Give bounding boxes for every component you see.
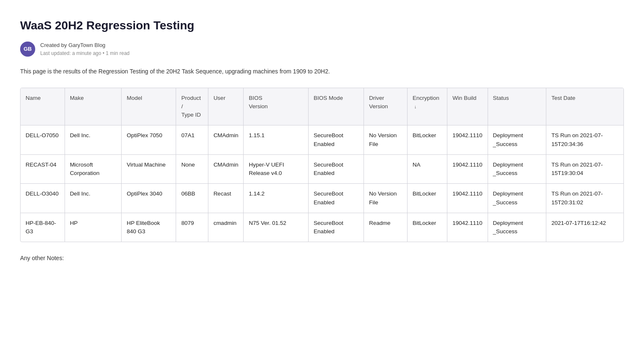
col-header-user: User bbox=[208, 88, 244, 125]
cell-bios_version-0: 1.15.1 bbox=[244, 125, 309, 155]
cell-name-2: DELL-O3040 bbox=[21, 184, 65, 213]
cell-test_date-3: 2021-07-17T16:12:42 bbox=[546, 213, 623, 242]
table-header-row: NameMakeModelProduct / Type IDUserBIOS V… bbox=[21, 88, 623, 125]
col-header-status: Status bbox=[488, 88, 546, 125]
table-row: RECAST-04Microsoft CorporationVirtual Ma… bbox=[21, 154, 623, 184]
cell-make-1: Microsoft Corporation bbox=[65, 154, 122, 184]
table-row: DELL-O7050Dell Inc.OptiPlex 705007A1CMAd… bbox=[21, 125, 623, 155]
cell-product_type_id-3: 8079 bbox=[176, 213, 208, 242]
cell-model-0: OptiPlex 7050 bbox=[122, 125, 176, 155]
col-header-model: Model bbox=[122, 88, 176, 125]
cell-bios_version-1: Hyper-V UEFI Release v4.0 bbox=[244, 154, 309, 184]
cell-product_type_id-1: None bbox=[176, 154, 208, 184]
cell-win_build-3: 19042.1110 bbox=[447, 213, 488, 242]
cell-bios_mode-0: SecureBoot Enabled bbox=[309, 125, 364, 155]
cell-win_build-1: 19042.1110 bbox=[447, 154, 488, 184]
author-name: Created by GaryTown Blog bbox=[40, 41, 130, 50]
cell-win_build-2: 19042.1110 bbox=[447, 184, 488, 213]
col-header-bios_version: BIOS Version bbox=[244, 88, 309, 125]
page-title: WaaS 20H2 Regression Testing bbox=[20, 17, 624, 34]
cell-status-2: Deployment _Success bbox=[488, 184, 546, 213]
cell-encryption-3: BitLocker bbox=[407, 213, 447, 242]
cell-status-1: Deployment _Success bbox=[488, 154, 546, 184]
cell-bios_mode-2: SecureBoot Enabled bbox=[309, 184, 364, 213]
cell-name-0: DELL-O7050 bbox=[21, 125, 65, 155]
cell-status-3: Deployment _Success bbox=[488, 213, 546, 242]
table-row: DELL-O3040Dell Inc.OptiPlex 304006BBReca… bbox=[21, 184, 623, 213]
cell-model-2: OptiPlex 3040 bbox=[122, 184, 176, 213]
col-header-test_date: Test Date bbox=[546, 88, 623, 125]
cell-user-2: Recast bbox=[208, 184, 244, 213]
col-header-name: Name bbox=[21, 88, 65, 125]
col-header-product_type_id: Product / Type ID bbox=[176, 88, 208, 125]
col-header-bios_mode: BIOS Mode bbox=[309, 88, 364, 125]
author-row: GB Created by GaryTown Blog Last updated… bbox=[20, 41, 624, 57]
avatar: GB bbox=[20, 42, 35, 57]
cell-bios_version-2: 1.14.2 bbox=[244, 184, 309, 213]
cell-user-1: CMAdmin bbox=[208, 154, 244, 184]
cell-product_type_id-0: 07A1 bbox=[176, 125, 208, 155]
cell-name-1: RECAST-04 bbox=[21, 154, 65, 184]
cell-model-3: HP EliteBook 840 G3 bbox=[122, 213, 176, 242]
cell-model-1: Virtual Machine bbox=[122, 154, 176, 184]
cell-driver_version-1 bbox=[364, 154, 408, 184]
table-row: HP-EB-840-G3HPHP EliteBook 840 G38079cma… bbox=[21, 213, 623, 242]
col-header-driver_version: Driver Version bbox=[364, 88, 408, 125]
data-table: NameMakeModelProduct / Type IDUserBIOS V… bbox=[21, 88, 623, 242]
page-description: This page is the results of the Regressi… bbox=[20, 67, 624, 76]
cell-make-3: HP bbox=[65, 213, 122, 242]
col-header-win_build: Win Build bbox=[447, 88, 488, 125]
cell-user-3: cmadmin bbox=[208, 213, 244, 242]
cell-bios_version-3: N75 Ver. 01.52 bbox=[244, 213, 309, 242]
cell-test_date-1: TS Run on 2021-07-15T19:30:04 bbox=[546, 154, 623, 184]
cell-encryption-2: BitLocker bbox=[407, 184, 447, 213]
cell-name-3: HP-EB-840-G3 bbox=[21, 213, 65, 242]
author-sub: Last updated: a minute ago • 1 min read bbox=[40, 50, 130, 57]
cell-bios_mode-3: SecureBoot Enabled bbox=[309, 213, 364, 242]
cell-test_date-0: TS Run on 2021-07-15T20:34:36 bbox=[546, 125, 623, 155]
notes-label: Any other Notes: bbox=[20, 254, 624, 263]
cell-encryption-0: BitLocker bbox=[407, 125, 447, 155]
col-header-encryption[interactable]: Encryption↓ bbox=[407, 88, 447, 125]
col-header-make: Make bbox=[65, 88, 122, 125]
cell-test_date-2: TS Run on 2021-07-15T20:31:02 bbox=[546, 184, 623, 213]
cell-make-2: Dell Inc. bbox=[65, 184, 122, 213]
sort-icon-encryption: ↓ bbox=[414, 103, 417, 110]
cell-user-0: CMAdmin bbox=[208, 125, 244, 155]
data-table-wrapper: NameMakeModelProduct / Type IDUserBIOS V… bbox=[20, 88, 624, 243]
cell-product_type_id-2: 06BB bbox=[176, 184, 208, 213]
cell-encryption-1: NA bbox=[407, 154, 447, 184]
cell-driver_version-2: No Version File bbox=[364, 184, 408, 213]
author-meta: Created by GaryTown Blog Last updated: a… bbox=[40, 41, 130, 57]
table-body: DELL-O7050Dell Inc.OptiPlex 705007A1CMAd… bbox=[21, 125, 623, 242]
cell-status-0: Deployment _Success bbox=[488, 125, 546, 155]
cell-bios_mode-1: SecureBoot Enabled bbox=[309, 154, 364, 184]
cell-driver_version-0: No Version File bbox=[364, 125, 408, 155]
cell-driver_version-3: Readme bbox=[364, 213, 408, 242]
cell-win_build-0: 19042.1110 bbox=[447, 125, 488, 155]
cell-make-0: Dell Inc. bbox=[65, 125, 122, 155]
